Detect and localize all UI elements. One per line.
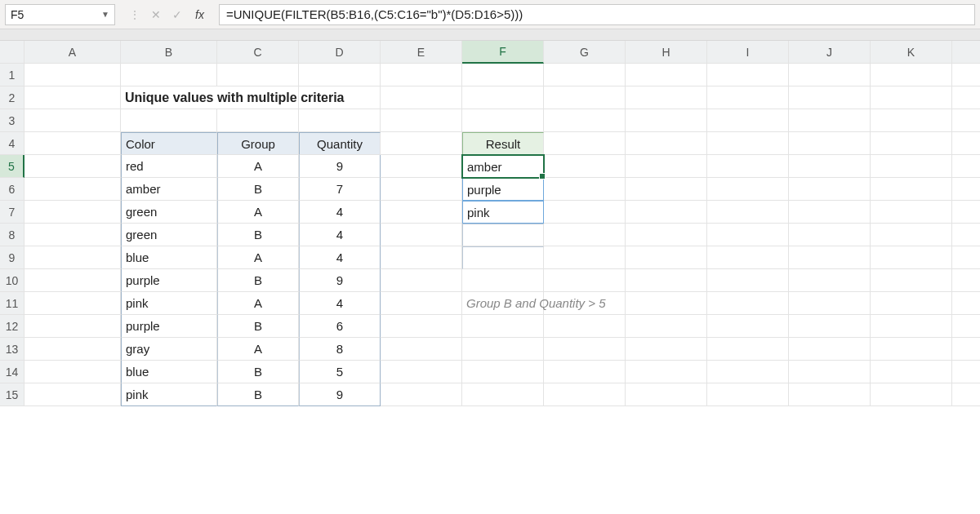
- col-header-J[interactable]: J: [789, 41, 871, 64]
- row-header-2[interactable]: 2: [0, 86, 24, 109]
- name-box[interactable]: F5 ▼: [5, 4, 115, 25]
- cell-G1[interactable]: [544, 64, 626, 86]
- cell-B3[interactable]: [121, 109, 217, 132]
- cell-D1[interactable]: [299, 64, 381, 86]
- cell-C3[interactable]: [217, 109, 299, 132]
- cell-L9[interactable]: [952, 246, 980, 269]
- cell-G9[interactable]: [544, 246, 626, 269]
- table-row[interactable]: A: [217, 292, 299, 315]
- cell-J15[interactable]: [789, 383, 871, 406]
- table-row[interactable]: B: [217, 383, 299, 406]
- dropdown-caret-icon[interactable]: ▼: [101, 10, 109, 19]
- cell-L1[interactable]: [952, 64, 980, 86]
- cell-L14[interactable]: [952, 361, 980, 383]
- row-header-15[interactable]: 15: [0, 383, 24, 406]
- table-row[interactable]: B: [217, 224, 299, 246]
- col-header-B[interactable]: B: [121, 41, 217, 64]
- cell-J5[interactable]: [789, 155, 871, 178]
- cell-F13[interactable]: [462, 338, 544, 361]
- row-header-6[interactable]: 6: [0, 178, 24, 201]
- cell-H10[interactable]: [626, 269, 707, 292]
- table-row[interactable]: B: [217, 315, 299, 338]
- result-cell[interactable]: [462, 224, 544, 246]
- table-row[interactable]: 7: [299, 178, 381, 201]
- cell-J7[interactable]: [789, 201, 871, 224]
- cell-I6[interactable]: [707, 178, 789, 201]
- cell-G5[interactable]: [544, 155, 626, 178]
- cell-H3[interactable]: [626, 109, 707, 132]
- result-cell[interactable]: purple: [462, 178, 544, 201]
- row-header-12[interactable]: 12: [0, 315, 24, 338]
- table-row[interactable]: B: [217, 178, 299, 201]
- table-row[interactable]: 9: [299, 155, 381, 178]
- cell-F3[interactable]: [462, 109, 544, 132]
- cell-J8[interactable]: [789, 224, 871, 246]
- cell-K14[interactable]: [871, 361, 952, 383]
- table-row[interactable]: blue: [121, 361, 217, 383]
- row-header-13[interactable]: 13: [0, 338, 24, 361]
- table-header-group[interactable]: Group: [217, 132, 299, 155]
- cell-I1[interactable]: [707, 64, 789, 86]
- row-header-7[interactable]: 7: [0, 201, 24, 224]
- cell-A3[interactable]: [24, 109, 121, 132]
- table-row[interactable]: amber: [121, 178, 217, 201]
- col-header-I[interactable]: I: [707, 41, 789, 64]
- table-row[interactable]: A: [217, 201, 299, 224]
- cell-J4[interactable]: [789, 132, 871, 155]
- cell-A7[interactable]: [24, 201, 121, 224]
- table-row[interactable]: pink: [121, 383, 217, 406]
- cell-E15[interactable]: [381, 383, 462, 406]
- cell-K10[interactable]: [871, 269, 952, 292]
- cell-L3[interactable]: [952, 109, 980, 132]
- row-header-8[interactable]: 8: [0, 224, 24, 246]
- cell-J13[interactable]: [789, 338, 871, 361]
- cell-H8[interactable]: [626, 224, 707, 246]
- cell-G2[interactable]: [544, 86, 626, 109]
- cell-F10[interactable]: [462, 269, 544, 292]
- table-header-quantity[interactable]: Quantity: [299, 132, 381, 155]
- cell-J14[interactable]: [789, 361, 871, 383]
- cell-J6[interactable]: [789, 178, 871, 201]
- cell-K13[interactable]: [871, 338, 952, 361]
- col-header-D[interactable]: D: [299, 41, 381, 64]
- table-row[interactable]: 9: [299, 269, 381, 292]
- cell-A5[interactable]: [24, 155, 121, 178]
- cell-F15[interactable]: [462, 383, 544, 406]
- table-row[interactable]: 4: [299, 246, 381, 269]
- cell-A2[interactable]: [24, 86, 121, 109]
- cell-H15[interactable]: [626, 383, 707, 406]
- table-row[interactable]: B: [217, 269, 299, 292]
- table-row[interactable]: 5: [299, 361, 381, 383]
- col-header-G[interactable]: G: [544, 41, 626, 64]
- cell-E5[interactable]: [381, 155, 462, 178]
- cell-H2[interactable]: [626, 86, 707, 109]
- cell-L8[interactable]: [952, 224, 980, 246]
- cell-I9[interactable]: [707, 246, 789, 269]
- cell-H12[interactable]: [626, 315, 707, 338]
- cell-E1[interactable]: [381, 64, 462, 86]
- cell-L10[interactable]: [952, 269, 980, 292]
- cell-J12[interactable]: [789, 315, 871, 338]
- cell-G7[interactable]: [544, 201, 626, 224]
- cell-L2[interactable]: [952, 86, 980, 109]
- cell-F14[interactable]: [462, 361, 544, 383]
- cell-L5[interactable]: [952, 155, 980, 178]
- table-row[interactable]: 8: [299, 338, 381, 361]
- col-header-extra[interactable]: [952, 41, 980, 64]
- row-header-14[interactable]: 14: [0, 361, 24, 383]
- table-row[interactable]: green: [121, 201, 217, 224]
- cell-H11[interactable]: [626, 292, 707, 315]
- cell-K8[interactable]: [871, 224, 952, 246]
- cell-L11[interactable]: [952, 292, 980, 315]
- cell-E9[interactable]: [381, 246, 462, 269]
- cell-A11[interactable]: [24, 292, 121, 315]
- cell-I4[interactable]: [707, 132, 789, 155]
- cell-J11[interactable]: [789, 292, 871, 315]
- cell-F12[interactable]: [462, 315, 544, 338]
- table-row[interactable]: 6: [299, 315, 381, 338]
- confirm-icon[interactable]: ✓: [172, 8, 182, 21]
- cell-L15[interactable]: [952, 383, 980, 406]
- cell-G6[interactable]: [544, 178, 626, 201]
- row-header-1[interactable]: 1: [0, 64, 24, 86]
- cell-A12[interactable]: [24, 315, 121, 338]
